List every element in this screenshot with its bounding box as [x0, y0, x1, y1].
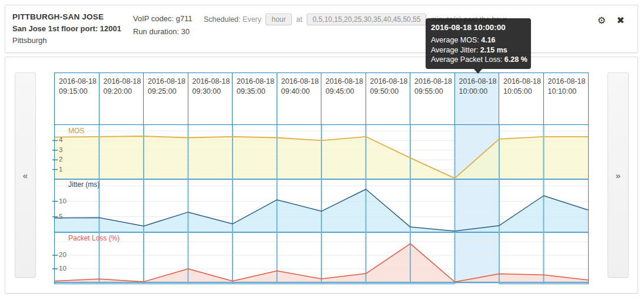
close-icon[interactable]: ✖ — [617, 15, 625, 25]
scroll-earlier-button[interactable]: « — [15, 73, 36, 278]
time-column-header: 2016-08-1809:15:002016-08-1809:20:002016… — [54, 73, 589, 125]
y-tick-label: 2 — [59, 156, 62, 163]
datapoint-tooltip: 2016-08-18 10:00:00 Average MOS: 4.16 Av… — [426, 18, 531, 69]
voip-codec-label: VoIP codec: g711 — [133, 12, 192, 25]
chart-canvas — [55, 125, 588, 284]
tooltip-mos-row: Average MOS: 4.16 — [431, 35, 526, 45]
chart-panel: « » 2016-08-1809:15:002016-08-1809:20:00… — [5, 57, 638, 294]
time-column-09:55:00[interactable]: 2016-08-1809:55:00 — [410, 73, 455, 124]
tooltip-timestamp: 2016-08-18 10:00:00 — [431, 22, 526, 32]
y-tick-label: 20 — [59, 251, 67, 258]
y-tick-label: 4 — [59, 136, 62, 143]
time-column-09:25:00[interactable]: 2016-08-1809:25:00 — [144, 73, 188, 124]
y-tick-label: 3 — [59, 146, 62, 153]
settings-gear-icon[interactable]: ⚙ — [597, 15, 606, 25]
time-column-09:40:00[interactable]: 2016-08-1809:40:00 — [277, 73, 322, 124]
y-tick-label: 5 — [59, 213, 62, 220]
schedule-at-label: at — [296, 15, 302, 24]
schedule-label: Scheduled: — [204, 15, 241, 24]
time-column-10:10:00[interactable]: 2016-08-1810:10:00 — [544, 73, 589, 124]
scroll-later-button[interactable]: » — [608, 73, 629, 278]
path-identity: PITTBURGH-SAN JOSE San Jose 1st floor po… — [12, 11, 121, 47]
schedule-every-label: Every — [243, 15, 261, 24]
y-tick-label: 10 — [59, 265, 67, 272]
band-label-packet-loss-: Packet Loss (%) — [68, 234, 119, 242]
path-title: PITTBURGH-SAN JOSE — [12, 11, 121, 23]
chevron-right-icon: » — [616, 170, 620, 180]
schedule-interval-chip[interactable]: hour — [265, 14, 291, 25]
time-column-09:30:00[interactable]: 2016-08-1809:30:00 — [188, 73, 233, 124]
path-source: Pittsburgh — [12, 35, 121, 47]
chevron-left-icon: « — [23, 170, 28, 180]
schedule-minutes-chip[interactable]: 0,5,10,15,20,25,30,35,40,45,50,55 — [307, 14, 427, 25]
tooltip-packetloss-row: Average Packet Loss: 6.28 % — [431, 55, 526, 65]
tooltip-caret — [474, 69, 482, 74]
run-duration-label: Run duration: 30 — [133, 25, 192, 38]
time-column-09:15:00[interactable]: 2016-08-1809:15:00 — [55, 73, 99, 124]
band-label-jitter-ms-: Jitter (ms) — [68, 180, 99, 189]
chart-plot-area: 4321MOS105Jitter (ms)2010Packet Loss (%) — [54, 125, 589, 284]
y-tick-label: 1 — [59, 166, 62, 173]
time-column-10:00:00[interactable]: 2016-08-1810:00:00 — [455, 73, 500, 124]
tooltip-jitter-row: Average Jitter: 2.15 ms — [431, 45, 526, 55]
band-label-mos: MOS — [68, 127, 84, 135]
time-column-09:20:00[interactable]: 2016-08-1809:20:00 — [99, 73, 144, 124]
path-header-card: PITTBURGH-SAN JOSE San Jose 1st floor po… — [5, 5, 638, 53]
time-column-09:35:00[interactable]: 2016-08-1809:35:00 — [233, 73, 277, 124]
path-target-port: San Jose 1st floor port: 12001 — [12, 23, 121, 35]
time-column-09:45:00[interactable]: 2016-08-1809:45:00 — [321, 73, 366, 124]
timeseries-chart: 2016-08-1809:15:002016-08-1809:20:002016… — [54, 73, 589, 284]
y-tick-label: 10 — [59, 197, 67, 205]
time-column-09:50:00[interactable]: 2016-08-1809:50:00 — [366, 73, 411, 124]
codec-info: VoIP codec: g711 Run duration: 30 — [133, 12, 192, 38]
time-column-10:05:00[interactable]: 2016-08-1810:05:00 — [499, 73, 544, 124]
